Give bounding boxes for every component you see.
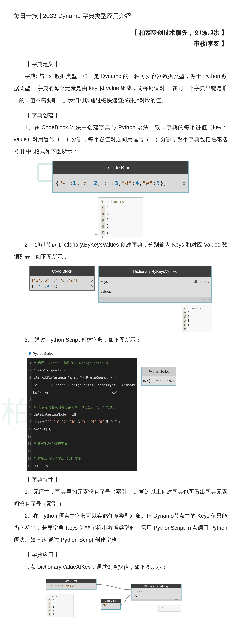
svg-text:"b";: "b";	[103, 604, 108, 607]
figure-python-script: RPython Script 1# 启用 Python 支持和加载 Design…	[27, 349, 194, 470]
create-method-1: 1、在 CodeBlock 语法中创建字典与 Python 语法一致，字典的每个…	[14, 121, 227, 158]
dictionary-output-panel: Dictionary e5d4a1c3b2	[98, 198, 143, 237]
node-header: Python Script	[142, 367, 176, 376]
byline-author: 【 柏慕联创技术服务，文/陈旭洪 】	[14, 27, 227, 38]
application-paragraph: 节点 Dictionary.ValueAtKey，通过键查找值，如下图所示：	[14, 561, 227, 573]
dictionary-output-panel: Dictionary e5d4a1c3b2	[181, 305, 212, 332]
svg-text:3: 3	[53, 610, 54, 612]
section-definition-label: 【 字典定义 】	[14, 58, 227, 70]
property-1: 1、无序性，字典里的元素没有序号（索引 ）。通过以上创建字典也可看出字典元素间没…	[14, 486, 227, 510]
output-port-icon: >	[181, 180, 187, 187]
svg-text:b: b	[49, 613, 50, 616]
codeblock-node: Code Block {"a":1,"b":2,"c":3,"d":4,"e":…	[46, 579, 96, 590]
figure-codeblock-dict: www.lcbim.com Code Block {"a":1,"b":2,"c…	[52, 160, 189, 237]
svg-text:2: 2	[162, 606, 163, 610]
output-type-label: Dictionary	[100, 199, 141, 204]
chevron-right-icon: ›	[113, 288, 114, 296]
port-values: values	[101, 288, 111, 296]
revit-logo-icon: R	[29, 350, 31, 358]
svg-text:Code Block: Code Block	[105, 600, 116, 602]
dictionary-valueatkey-node: Dictionary.ValueAtKey dictionary › value…	[131, 584, 181, 601]
svg-text:5: 5	[53, 598, 54, 601]
create-method-3: 3、 通过 Python Script 创建字典，如下图所示：	[14, 334, 227, 346]
svg-text:2: 2	[53, 613, 54, 616]
property-2: 2、在 Python 语言中字典可以存储任意类型对象。但 Dynamo节点中的 …	[14, 510, 227, 546]
svg-text:1: 1	[53, 606, 54, 608]
svg-text:d: d	[49, 602, 50, 604]
dictionary-bykeysvalues-node: Dictionary.ByKeysValues keys›dictionary …	[98, 266, 212, 303]
svg-text:›: ›	[146, 594, 147, 597]
add-port-icon: + −	[156, 378, 161, 384]
svg-text:Dictionary: Dictionary	[48, 595, 57, 598]
byline: 【 柏慕联创技术服务，文/陈旭洪 】 审核/李签 】	[14, 27, 227, 49]
article-title: 每日一技 | 2033 Dynamo 字典类型应用介绍	[14, 9, 227, 22]
svg-text:4: 4	[53, 602, 54, 604]
svg-text:AUTO: AUTO	[175, 599, 180, 601]
value-output-panel: 2	[159, 605, 181, 612]
definition-paragraph: 字典: 与 list 数据类型一样，是 Dynamo 的一种可变容器数据类型，源…	[14, 70, 227, 106]
expand-handle-icon	[101, 229, 104, 240]
node-header: Code Block	[53, 161, 188, 174]
codeblock-node-key: Code Block "b"; >	[101, 599, 121, 610]
port-dictionary-out: dictionary	[194, 278, 210, 286]
section-properties-label: 【 字典特性 】	[14, 474, 227, 486]
port-out: OUT	[167, 377, 174, 384]
figure-bykeysvalues: Code Block ["a","b","c","d","e"]; [1,2,3…	[29, 266, 212, 332]
port-in: IN[0]	[143, 377, 150, 384]
python-editor-titlebar: RPython Script	[27, 349, 137, 358]
chevron-right-icon: ›	[109, 278, 111, 286]
codeblock-node: Code Block {"a":1,"b":2,"c":3,"d":4,"e":…	[52, 160, 189, 193]
figure-valueatkey: Code Block {"a":1,"b":2,"c":3,"d":4,"e":…	[37, 576, 204, 636]
byline-reviewer: 审核/李签 】	[14, 38, 227, 49]
section-application-label: 【 字典应用 】	[14, 549, 227, 561]
dictionary-output-panel: Dictionary e5d4a1c3b2	[46, 594, 73, 617]
port-keys: keys	[101, 278, 108, 286]
codeblock-body: {"a":1,"b":2,"c":3,"d":4,"e":5}; >	[53, 174, 188, 192]
svg-text:dictionary: dictionary	[133, 590, 144, 593]
svg-rect-35	[131, 598, 181, 601]
node-header: Dictionary.ByKeysValues	[99, 266, 211, 277]
output-port-icon: >>	[91, 278, 93, 289]
svg-text:e: e	[49, 598, 50, 601]
svg-text:Code Block: Code Block	[65, 580, 78, 582]
svg-text:key: key	[133, 594, 137, 597]
svg-text:a: a	[49, 606, 50, 608]
python-editor-body: 1# 启用 Python 支持和加载 DesignScript 库2"c-kw"…	[27, 358, 137, 470]
svg-text:›: ›	[146, 590, 147, 593]
svg-text:c: c	[49, 610, 50, 612]
svg-text:>: >	[94, 585, 96, 588]
python-script-node: Python Script IN[0]+ −OUT	[141, 367, 176, 386]
svg-text:Dictionary.ValueAtKey: Dictionary.ValueAtKey	[144, 585, 168, 588]
svg-text:value: value	[173, 590, 180, 593]
svg-text:>: >	[119, 605, 120, 607]
create-method-2: 2、 通过节点 Dictionary.ByKeysValues 创建字典，分别输…	[14, 239, 227, 263]
node-header: Code Block	[30, 266, 94, 276]
codeblock-node: Code Block ["a","b","c","d","e"]; [1,2,3…	[29, 266, 95, 291]
svg-text:{"a":1,"b":2,"c":3,"d":4,"e":5: {"a":1,"b":2,"c":3,"d":4,"e":5};	[48, 585, 78, 588]
section-create-label: 【 字典创建 】	[14, 109, 227, 121]
lacing-label: AUTO	[99, 296, 211, 302]
